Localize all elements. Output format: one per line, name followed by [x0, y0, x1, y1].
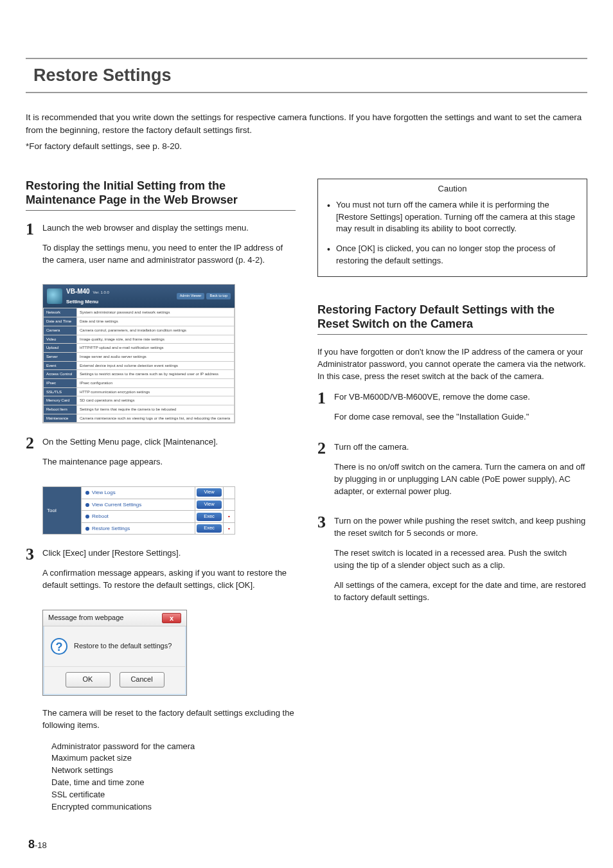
list-item: Administrator password for the camera: [51, 741, 296, 753]
menu-row-key[interactable]: SSL/TLS: [44, 387, 77, 396]
model-label: VB-M40: [66, 288, 90, 295]
menu-row-key[interactable]: Server: [44, 352, 77, 361]
step-number: 1: [317, 390, 334, 407]
menu-row-key[interactable]: Reboot Item: [44, 405, 77, 414]
cancel-button[interactable]: Cancel: [120, 672, 164, 687]
tool-row-indicator: •: [224, 522, 235, 535]
menu-row-key[interactable]: Maintenance: [44, 414, 77, 423]
step-number: 2: [317, 440, 334, 457]
right-heading: Restoring Factory Default Settings with …: [317, 303, 587, 335]
confirm-dialog: Message from webpage x ? Restore to the …: [42, 610, 187, 696]
page-title-bar: Restore Settings: [26, 58, 587, 93]
list-item: SSL certificate: [51, 789, 296, 801]
menu-row-key[interactable]: Upload: [44, 344, 77, 353]
ok-button[interactable]: OK: [66, 672, 111, 687]
tool-row-indicator: [224, 487, 235, 499]
menu-row-desc: Camera control, parameters, and installa…: [77, 326, 235, 335]
tool-row-name: View Logs: [82, 487, 195, 499]
menu-row-desc: External device input and volume detecti…: [77, 361, 235, 370]
tool-table-screenshot: ToolView LogsViewView Current SettingsVi…: [42, 486, 235, 535]
intro-text: It is recommended that you write down th…: [26, 111, 587, 136]
right-step-3: 3 Turn on the power while pushing the re…: [317, 515, 587, 611]
tool-row-button[interactable]: View: [195, 499, 224, 511]
caution-box: Caution You must not turn off the camera…: [317, 179, 587, 277]
tool-row-name: Reboot: [82, 511, 195, 523]
dialog-title: Message from webpage: [48, 613, 123, 623]
tool-row-button[interactable]: Exec: [195, 511, 224, 523]
menu-label: Setting Menu: [66, 298, 173, 306]
menu-row-desc: Settings to restrict access to the camer…: [77, 370, 235, 379]
step-subtext: For dome case removal, see the "Installa…: [334, 411, 587, 423]
left-step-2: 2 On the Setting Menu page, click [Maint…: [26, 436, 296, 476]
right-step-2: 2 Turn off the camera. There is no on/of…: [317, 441, 587, 505]
step-subtext: To display the settings menu, you need t…: [42, 242, 296, 267]
caution-title: Caution: [318, 179, 587, 199]
step-text: Click [Exec] under [Restore Settings].: [42, 547, 296, 560]
menu-row-desc: IPsec configuration: [77, 378, 235, 387]
left-step-1: 1 Launch the web browser and display the…: [26, 222, 296, 274]
menu-row-key[interactable]: Event: [44, 361, 77, 370]
list-item: Maximum packet size: [51, 752, 296, 765]
left-column: Restoring the Initial Setting from the M…: [26, 179, 296, 824]
list-item: Network settings: [51, 765, 296, 777]
step-subtext: All settings of the camera, except for t…: [334, 580, 587, 604]
step-text: Turn on the power while pushing the rese…: [334, 515, 587, 540]
version-label: Ver. 1.0.0: [93, 290, 109, 294]
menu-row-desc: Settings for items that require the came…: [77, 405, 235, 414]
tool-table: ToolView LogsViewView Current SettingsVi…: [42, 486, 235, 535]
menu-row-desc: Date and time settings: [77, 317, 235, 326]
close-icon[interactable]: x: [162, 613, 181, 623]
step-text: On the Setting Menu page, click [Mainten…: [42, 436, 296, 448]
right-column: Caution You must not turn off the camera…: [317, 179, 587, 824]
page-number: 8-18: [28, 836, 47, 853]
excluded-list: Administrator password for the cameraMax…: [42, 741, 296, 813]
step-number: 1: [26, 221, 42, 238]
tool-row-button[interactable]: View: [195, 487, 224, 499]
question-icon: ?: [51, 638, 67, 655]
step-text: Turn off the camera.: [334, 441, 587, 454]
menu-row-key[interactable]: Video: [44, 335, 77, 344]
list-item: Encrypted communications: [51, 801, 296, 813]
right-step-1: 1 For VB-M600D/VB-M600VE, remove the dom…: [317, 391, 587, 431]
caution-list: You must not turn off the camera while i…: [318, 199, 587, 276]
camera-icon: [47, 288, 62, 304]
page-title: Restore Settings: [33, 63, 580, 88]
menu-row-key[interactable]: Memory Card: [44, 396, 77, 405]
tool-lead: Tool: [43, 487, 82, 535]
tool-row-name: View Current Settings: [82, 499, 195, 511]
tool-row-button[interactable]: Exec: [195, 522, 224, 535]
step-text: For VB-M600D/VB-M600VE, remove the dome …: [334, 391, 587, 403]
left-heading: Restoring the Initial Setting from the M…: [26, 179, 296, 211]
caution-item: You must not turn off the camera while i…: [336, 199, 578, 236]
right-intro: If you have forgotten or don't know the …: [317, 346, 587, 383]
intro-note: *For factory default settings, see p. 8-…: [26, 140, 587, 153]
step-number: 3: [317, 514, 334, 531]
step-number: 2: [26, 435, 42, 452]
list-item: Date, time and time zone: [51, 777, 296, 789]
menu-row-desc: Camera maintenance such as viewing logs …: [77, 414, 235, 423]
after-dialog-text: The camera will be reset to the factory …: [42, 707, 296, 732]
tool-row-indicator: [224, 499, 235, 511]
settings-menu-table: NetworkSystem administrator password and…: [43, 308, 235, 423]
menu-row-key[interactable]: IPsec: [44, 378, 77, 387]
left-step-3: 3 Click [Exec] under [Restore Settings].…: [26, 547, 296, 599]
menu-row-key[interactable]: Network: [44, 308, 77, 317]
step-subtext: The maintenance page appears.: [42, 456, 296, 468]
menu-row-key[interactable]: Date and Time: [44, 317, 77, 326]
tool-row-indicator: •: [224, 511, 235, 523]
settings-menu-screenshot: VB-M40 Ver. 1.0.0 Setting Menu Admin Vie…: [42, 284, 235, 423]
menu-row-desc: System administrator password and networ…: [77, 308, 235, 317]
header-button[interactable]: Admin Viewer: [177, 293, 205, 299]
step-subtext: There is no on/off switch on the camera.…: [334, 461, 587, 498]
step-text: Launch the web browser and display the s…: [42, 222, 296, 235]
menu-row-desc: HTTP/FTP upload and e-mail notification …: [77, 344, 235, 353]
menu-row-desc: Image server and audio server settings: [77, 352, 235, 361]
menu-row-key[interactable]: Camera: [44, 326, 77, 335]
step-subtext: A confirmation message appears, asking i…: [42, 567, 296, 592]
step-subtext: The reset switch is located in a recesse…: [334, 547, 587, 572]
dialog-message: Restore to the default settings?: [74, 641, 172, 651]
menu-row-desc: SD card operations and settings: [77, 396, 235, 405]
menu-row-key[interactable]: Access Control: [44, 370, 77, 379]
header-button[interactable]: Back to top: [206, 293, 231, 299]
menu-row-desc: Image quality, image size, and frame rat…: [77, 335, 235, 344]
